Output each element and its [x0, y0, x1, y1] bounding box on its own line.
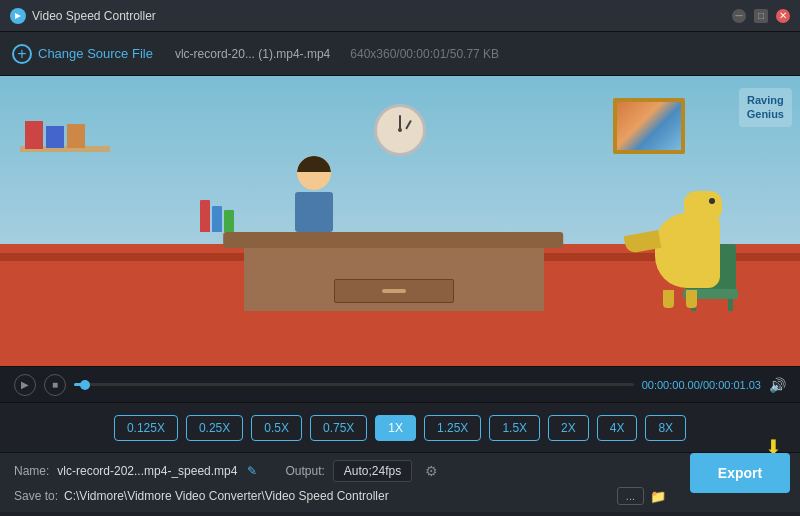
svg-marker-0: [15, 13, 21, 19]
change-source-label: Change Source File: [38, 46, 153, 61]
raving-genius-logo: Raving Genius: [739, 88, 792, 127]
minimize-button[interactable]: ─: [732, 9, 746, 23]
scene: Raving Genius: [0, 76, 800, 366]
playback-bar: ▶ ■ 00:00:00.00/00:00:01.03 🔊: [0, 366, 800, 402]
toolbar: + Change Source File vlc-record-20... (1…: [0, 32, 800, 76]
progress-thumb: [80, 380, 90, 390]
speed-btn-15X[interactable]: 1.5X: [489, 415, 540, 441]
boy-head: [297, 156, 331, 190]
bottom-left: Name: vlc-record-202...mp4-_speed.mp4 ✎ …: [0, 453, 680, 512]
book-red: [200, 200, 210, 232]
books-stack: [200, 200, 234, 232]
boy-hair: [297, 156, 331, 172]
speed-btn-2X[interactable]: 2X: [548, 415, 589, 441]
edit-icon[interactable]: ✎: [247, 464, 257, 478]
boy-body: [295, 192, 333, 232]
dino-legs: [663, 290, 720, 308]
name-value: vlc-record-202...mp4-_speed.mp4: [57, 464, 237, 478]
speed-btn-125X[interactable]: 1.25X: [424, 415, 481, 441]
dino-leg-right: [686, 290, 697, 308]
clock-center: [398, 128, 402, 132]
speed-btn-4X[interactable]: 4X: [597, 415, 638, 441]
progress-bar[interactable]: [74, 383, 634, 386]
app-icon: [10, 8, 26, 24]
export-button[interactable]: Export: [690, 453, 790, 493]
book-blue: [212, 206, 222, 232]
volume-icon[interactable]: 🔊: [769, 377, 786, 393]
desk-drawer: [334, 279, 454, 303]
time-display: 00:00:00.00/00:00:01.03: [642, 379, 761, 391]
close-button[interactable]: ✕: [776, 9, 790, 23]
total-time: 00:00:01.03: [703, 379, 761, 391]
clock-hand-minute: [399, 115, 401, 129]
play-button[interactable]: ▶: [14, 374, 36, 396]
speed-btn-025X[interactable]: 0.25X: [186, 415, 243, 441]
speed-btn-0125X[interactable]: 0.125X: [114, 415, 178, 441]
dino-head: [684, 191, 722, 221]
picture-frame: [613, 98, 685, 154]
speed-btn-075X[interactable]: 0.75X: [310, 415, 367, 441]
book-green: [224, 210, 234, 232]
save-path: C:\Vidmore\Vidmore Video Converter\Video…: [64, 489, 611, 503]
drawer-handle: [382, 289, 406, 293]
speed-controls: 0.125X0.25X0.5X0.75X1X1.25X1.5X2X4X8X: [0, 402, 800, 452]
dino-body: [655, 213, 720, 288]
file-meta: 640x360/00:00:01/50.77 KB: [350, 47, 499, 61]
speed-btn-8X[interactable]: 8X: [645, 415, 686, 441]
clock: [374, 104, 426, 156]
current-time: 00:00:00.00: [642, 379, 700, 391]
clock-hand-hour: [405, 120, 412, 130]
dino-eye: [709, 198, 715, 204]
desk-body: [244, 246, 544, 311]
stop-button[interactable]: ■: [44, 374, 66, 396]
bottom-area: Name: vlc-record-202...mp4-_speed.mp4 ✎ …: [0, 452, 800, 512]
change-source-button[interactable]: + Change Source File: [12, 44, 153, 64]
speed-btn-1X[interactable]: 1X: [375, 415, 416, 441]
browse-button[interactable]: ...: [617, 487, 644, 505]
output-value: Auto;24fps: [333, 460, 412, 482]
video-preview: Raving Genius: [0, 76, 800, 366]
video-area: Raving Genius: [0, 76, 800, 366]
folder-icon[interactable]: 📁: [650, 489, 666, 504]
picture-frame-inner: [617, 102, 681, 150]
wall-item2: [46, 126, 64, 148]
bottom-row2: Save to: C:\Vidmore\Vidmore Video Conver…: [14, 487, 666, 505]
settings-button[interactable]: ⚙: [420, 460, 442, 482]
wall-item1: [25, 121, 43, 149]
add-icon: +: [12, 44, 32, 64]
dino-leg-left: [663, 290, 674, 308]
wall-item3: [67, 124, 85, 148]
maximize-button[interactable]: □: [754, 9, 768, 23]
app-title: Video Speed Controller: [32, 9, 724, 23]
file-name: vlc-record-20... (1).mp4-.mp4: [175, 47, 330, 61]
output-label: Output:: [285, 464, 324, 478]
save-label: Save to:: [14, 489, 58, 503]
dino-character: [655, 213, 720, 308]
boy-character: [295, 156, 333, 232]
bottom-row1: Name: vlc-record-202...mp4-_speed.mp4 ✎ …: [14, 460, 666, 482]
speed-btn-05X[interactable]: 0.5X: [251, 415, 302, 441]
name-label: Name:: [14, 464, 49, 478]
title-bar: Video Speed Controller ─ □ ✕: [0, 0, 800, 32]
chair-leg-right: [728, 299, 733, 311]
desk-top: [223, 232, 563, 248]
export-container: ⬇ Export: [680, 453, 800, 512]
